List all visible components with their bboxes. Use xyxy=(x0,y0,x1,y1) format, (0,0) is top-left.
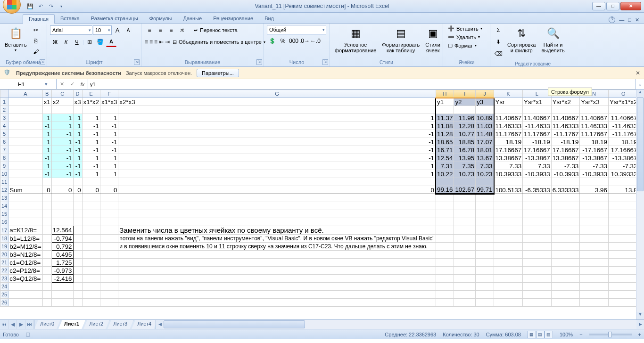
sheet-tab-Лист1[interactable]: Лист1 xyxy=(58,320,85,329)
cell-D23[interactable] xyxy=(73,275,82,283)
cell-M10[interactable]: -10.3933 xyxy=(551,170,580,178)
cell-J16[interactable] xyxy=(476,218,494,226)
cell-H11[interactable] xyxy=(436,178,454,186)
cell-H20[interactable] xyxy=(436,251,454,259)
cell-B1[interactable]: x1 xyxy=(42,98,51,106)
cell-I25[interactable] xyxy=(454,291,476,299)
cell-C2[interactable] xyxy=(51,106,73,114)
cell-I14[interactable] xyxy=(454,202,476,210)
cell-L4[interactable]: -11.4633 xyxy=(523,122,552,130)
col-header-K[interactable]: K xyxy=(494,90,523,98)
font-name-combo[interactable]: Arial xyxy=(50,25,92,35)
cell-O21[interactable] xyxy=(608,259,636,267)
cell-I7[interactable]: 16.78 xyxy=(454,146,476,154)
cell-C22[interactable]: -0.973 xyxy=(51,267,73,275)
cell-B12[interactable]: 0 xyxy=(42,186,51,194)
cell-H2[interactable] xyxy=(436,106,454,114)
cell-M9[interactable]: -7.33 xyxy=(551,162,580,170)
cell-K25[interactable] xyxy=(494,291,523,299)
autosum-icon[interactable]: Σ xyxy=(493,25,504,35)
cell-E6[interactable]: 1 xyxy=(82,138,100,146)
cell-G20[interactable] xyxy=(118,251,436,259)
close-button[interactable]: ✕ xyxy=(620,2,641,10)
wrap-text-button[interactable]: ↵Перенос текста xyxy=(192,27,239,34)
cell-K6[interactable]: 18.19 xyxy=(494,138,523,146)
qat-customize-icon[interactable]: ▾ xyxy=(58,2,65,10)
merge-center-button[interactable]: ⊟Объединить и поместить в центре▾ xyxy=(171,39,267,46)
row-header-18[interactable]: 18 xyxy=(0,235,8,243)
cell-L12[interactable]: -6.35333 xyxy=(523,186,552,194)
cell-D2[interactable] xyxy=(73,106,82,114)
cell-J11[interactable] xyxy=(476,178,494,186)
zoom-in-icon[interactable]: + xyxy=(638,332,641,337)
cell-J12[interactable]: 99.71 xyxy=(476,186,494,194)
cell-H17[interactable] xyxy=(436,226,454,235)
row-header-11[interactable]: 11 xyxy=(0,178,8,186)
cell-I12[interactable]: 102.67 xyxy=(454,186,476,194)
cell-I5[interactable]: 10.77 xyxy=(454,130,476,138)
cell-M4[interactable]: 11.46333 xyxy=(551,122,580,130)
cell-B7[interactable]: 1 xyxy=(42,146,51,154)
cell-N7[interactable]: -17.1667 xyxy=(580,146,609,154)
cell-O17[interactable] xyxy=(608,226,636,235)
cell-H14[interactable] xyxy=(436,202,454,210)
office-button[interactable] xyxy=(3,0,21,14)
cell-L19[interactable] xyxy=(523,243,552,251)
row-header-2[interactable]: 2 xyxy=(0,106,8,114)
cell-J6[interactable]: 17.07 xyxy=(476,138,494,146)
cell-A1[interactable] xyxy=(8,98,42,106)
cell-E3[interactable]: 1 xyxy=(82,114,100,122)
security-close-icon[interactable]: ✕ xyxy=(636,70,640,76)
cell-O11[interactable] xyxy=(608,178,636,186)
cell-N23[interactable] xyxy=(580,275,609,283)
formula-expand-icon[interactable]: ⌄ xyxy=(636,79,644,89)
cell-O14[interactable] xyxy=(608,202,636,210)
cell-J17[interactable] xyxy=(476,226,494,235)
decrease-decimal-icon[interactable]: ←.0 xyxy=(310,36,321,46)
percent-icon[interactable]: % xyxy=(278,36,288,46)
cell-J5[interactable]: 11.48 xyxy=(476,130,494,138)
cell-C24[interactable] xyxy=(51,283,73,291)
cell-D17[interactable] xyxy=(73,226,82,235)
cell-M22[interactable] xyxy=(551,267,580,275)
cell-E19[interactable] xyxy=(82,243,100,251)
cell-M24[interactable] xyxy=(551,283,580,291)
cell-J13[interactable] xyxy=(476,194,494,202)
vertical-scrollbar[interactable]: ▲ ▼ xyxy=(636,90,644,319)
align-center-icon[interactable]: ≡ xyxy=(149,37,153,47)
grow-font-icon[interactable]: A xyxy=(112,25,123,35)
cell-E4[interactable]: -1 xyxy=(82,122,100,130)
borders-icon[interactable]: ⊞ xyxy=(84,37,95,47)
tab-nav-last-icon[interactable]: ⏭ xyxy=(25,320,34,329)
cell-N1[interactable]: Ysr*x3 xyxy=(580,98,609,106)
conditional-format-button[interactable]: ▦Условное форматирование xyxy=(333,25,378,54)
cell-L3[interactable]: 11.40667 xyxy=(523,114,552,122)
cell-M26[interactable] xyxy=(551,299,580,307)
align-top-icon[interactable]: ≡ xyxy=(144,25,155,35)
cell-H3[interactable]: 11.37 xyxy=(436,114,454,122)
cell-G22[interactable] xyxy=(118,267,436,275)
cell-O4[interactable]: -11.4633 xyxy=(608,122,636,130)
comma-icon[interactable]: 000 xyxy=(289,36,299,46)
cell-G19[interactable]: и в появившемся окне поменять 10 и 11 ст… xyxy=(118,243,436,251)
cell-A18[interactable]: b1=L12/8= xyxy=(8,235,42,243)
normal-view-icon[interactable]: ▦ xyxy=(528,331,536,338)
cell-J22[interactable] xyxy=(476,267,494,275)
cell-B23[interactable] xyxy=(42,275,51,283)
col-header-D[interactable]: D xyxy=(73,90,82,98)
cell-G13[interactable] xyxy=(118,194,436,202)
cell-C9[interactable]: -1 xyxy=(51,162,73,170)
cell-N22[interactable] xyxy=(580,267,609,275)
cell-M8[interactable]: 13.38667 xyxy=(551,154,580,162)
cell-C6[interactable]: 1 xyxy=(51,138,73,146)
cell-C20[interactable]: 0.495 xyxy=(51,251,73,259)
cell-G8[interactable]: -1 xyxy=(118,154,436,162)
cell-H16[interactable] xyxy=(436,218,454,226)
sort-filter-button[interactable]: ⇅Сортировка и фильтр xyxy=(505,25,537,54)
cell-E20[interactable] xyxy=(82,251,100,259)
cell-E17[interactable] xyxy=(82,226,100,235)
cell-C23[interactable]: -2.416 xyxy=(51,275,73,283)
format-painter-icon[interactable]: 🖌 xyxy=(31,47,41,57)
save-icon[interactable]: 💾 xyxy=(26,2,34,10)
cell-F19[interactable] xyxy=(100,243,118,251)
